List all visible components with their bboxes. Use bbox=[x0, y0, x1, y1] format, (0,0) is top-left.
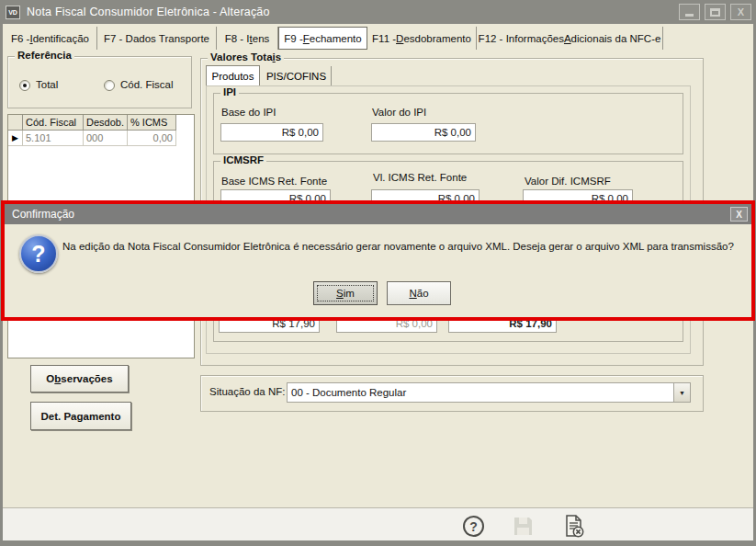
dialog-titlebar: Confirmação X bbox=[5, 204, 751, 224]
tab-f9-fechamento[interactable]: F9 - Fechamento bbox=[278, 27, 367, 50]
question-glyph: ? bbox=[31, 241, 45, 267]
cell-cod-fiscal: 5.101 bbox=[23, 131, 84, 146]
base-ipi-label: Base do IPI bbox=[221, 107, 276, 118]
app-window: VD Nota Fiscal Consumidor Eletrônica - A… bbox=[0, 0, 756, 546]
tab-f6-identificacao[interactable]: F6 - Identificação bbox=[4, 27, 97, 50]
situacao-value: 00 - Documento Regular bbox=[288, 387, 673, 398]
chevron-down-icon[interactable]: ▼ bbox=[673, 383, 690, 402]
bottom-toolbar bbox=[3, 507, 753, 540]
radio-cod-fiscal-label: Cód. Fiscal bbox=[120, 79, 174, 90]
dialog-close-icon: X bbox=[736, 210, 742, 220]
sim-button[interactable]: Sim bbox=[313, 281, 378, 305]
vl-icms-ret-fonte-label: Vl. ICMS Ret. Fonte bbox=[373, 172, 467, 183]
valores-totais-title: Valores Totais bbox=[208, 51, 284, 63]
tab-f12-informacoes-adicionais[interactable]: F12 - Informações Adicionais da NFC-e bbox=[477, 27, 663, 50]
table-row[interactable]: ▶ 5.101 000 0,00 bbox=[8, 131, 194, 146]
app-icon: VD bbox=[6, 6, 20, 19]
dialog-body: ? Na edição da Nota Fiscal Consumidor El… bbox=[5, 224, 751, 317]
save-button bbox=[512, 515, 535, 541]
valor-dif-icmsrf-label: Valor Dif. ICMSRF bbox=[525, 176, 611, 187]
discard-document-icon bbox=[560, 513, 586, 539]
discard-document-button[interactable] bbox=[560, 513, 586, 542]
grid-header-desdob: Desdob. bbox=[84, 115, 128, 131]
tab-f11-desdobramento[interactable]: F11 - Desdobramento bbox=[367, 27, 477, 50]
tab-produtos[interactable]: Produtos bbox=[206, 65, 260, 86]
ipi-title: IPI bbox=[220, 86, 239, 97]
situacao-label: Situação da NF: bbox=[209, 386, 285, 397]
row-selector-icon: ▶ bbox=[12, 134, 18, 142]
base-ipi-input[interactable]: R$ 0,00 bbox=[220, 123, 323, 142]
tab-f8-itens[interactable]: F8 - Itens bbox=[217, 27, 278, 50]
main-tabbar: F6 - Identificação F7 - Dados Transporte… bbox=[4, 27, 663, 50]
valor-ipi-input[interactable]: R$ 0,00 bbox=[371, 123, 476, 142]
dialog-message: Na edição da Nota Fiscal Consumidor Elet… bbox=[62, 241, 744, 252]
maximize-icon bbox=[710, 8, 720, 17]
tab-f7-dados-transporte[interactable]: F7 - Dados Transporte bbox=[97, 27, 217, 50]
grid-header-icms: % ICMS bbox=[128, 115, 176, 131]
base-icms-ret-fonte-label: Base ICMS Ret. Fonte bbox=[221, 176, 327, 187]
window-title: Nota Fiscal Consumidor Eletrônica - Alte… bbox=[27, 6, 270, 18]
dialog-close-button[interactable]: X bbox=[730, 207, 748, 222]
close-button[interactable]: X bbox=[730, 4, 751, 20]
nao-button[interactable]: Não bbox=[387, 281, 451, 305]
grid-header-cod-fiscal: Cód. Fiscal bbox=[23, 115, 84, 131]
radio-cod-fiscal[interactable] bbox=[104, 80, 115, 91]
grid-header-row: Cód. Fiscal Desdob. % ICMS bbox=[8, 115, 194, 131]
radio-total-label: Total bbox=[36, 79, 58, 90]
icmsrf-title: ICMSRF bbox=[220, 154, 266, 165]
minimize-icon bbox=[685, 14, 694, 17]
cell-desdob: 000 bbox=[84, 131, 128, 146]
maximize-button[interactable] bbox=[705, 4, 726, 20]
radio-total[interactable] bbox=[19, 80, 30, 91]
dialog-title: Confirmação bbox=[12, 208, 74, 221]
grid-header-selector bbox=[8, 115, 23, 131]
confirmation-dialog: Confirmação X ? Na edição da Nota Fiscal… bbox=[1, 200, 755, 321]
cell-icms: 0,00 bbox=[128, 131, 176, 146]
close-icon: X bbox=[738, 6, 744, 17]
valor-ipi-label: Valor do IPI bbox=[372, 107, 426, 118]
minimize-button[interactable] bbox=[679, 4, 700, 20]
det-pagamento-button[interactable]: Det. Pagamento bbox=[30, 402, 131, 430]
referencia-groupbox: Referência Total Cód. Fiscal bbox=[7, 56, 192, 108]
tab-pis-cofins[interactable]: PIS/COFINS bbox=[262, 66, 332, 85]
save-icon bbox=[512, 515, 535, 538]
window-titlebar: VD Nota Fiscal Consumidor Eletrônica - A… bbox=[0, 0, 756, 24]
question-icon: ? bbox=[19, 234, 58, 273]
observacoes-button[interactable]: Observações bbox=[30, 365, 129, 392]
referencia-title: Referência bbox=[15, 50, 74, 61]
situacao-select[interactable]: 00 - Documento Regular ▼ bbox=[287, 382, 691, 403]
help-icon: ? bbox=[469, 519, 478, 534]
help-button[interactable]: ? bbox=[463, 516, 484, 537]
